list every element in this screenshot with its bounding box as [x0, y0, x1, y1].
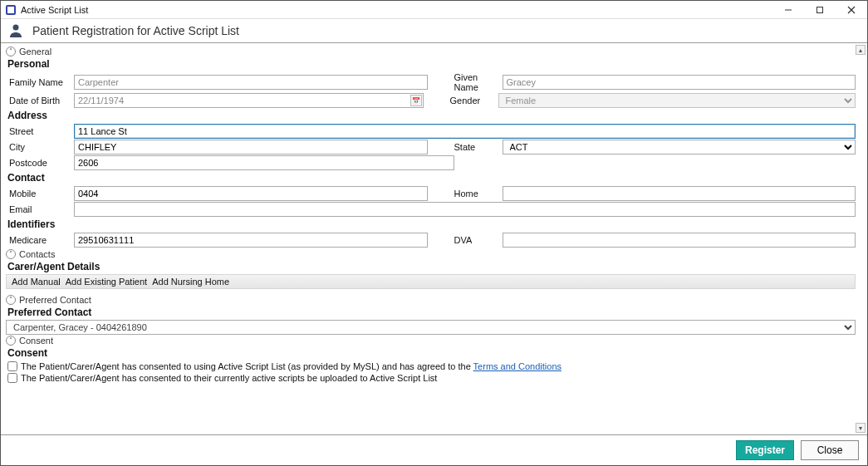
postcode-input[interactable]: [74, 155, 454, 170]
email-input[interactable]: [74, 202, 856, 217]
terms-link[interactable]: Terms and Conditions: [473, 361, 562, 371]
page-title: Patient Registration for Active Script L…: [32, 24, 239, 37]
row-postcode: Postcode: [6, 155, 856, 170]
svg-rect-1: [817, 7, 823, 12]
label-mobile: Mobile: [6, 189, 74, 199]
label-family-name: Family Name: [6, 77, 74, 87]
svg-point-4: [13, 25, 19, 31]
group-identifiers: Identifiers: [6, 218, 856, 232]
section-label: Preferred Contact: [19, 295, 91, 305]
chevron-up-icon: ˄: [6, 295, 16, 305]
chevron-up-icon: ▴: [859, 47, 862, 54]
consent-checkbox-terms[interactable]: [7, 361, 17, 371]
add-nursing-home-button[interactable]: Add Nursing Home: [150, 277, 231, 287]
chevron-up-icon: ˄: [6, 336, 16, 346]
label-state: State: [448, 142, 503, 152]
row-dob-gender: Date of Birth 📅 Gender Female: [6, 93, 856, 108]
consent-text-1-prefix: The Patient/Carer/Agent has consented to…: [21, 361, 473, 371]
app-window: Active Script List Patient Registration …: [0, 0, 868, 466]
app-icon: [6, 5, 16, 15]
scroll-down-button[interactable]: ▾: [856, 423, 866, 433]
chevron-up-icon: ˄: [6, 249, 16, 259]
close-form-button[interactable]: Close: [801, 440, 859, 460]
section-toggle-general[interactable]: ˄ General: [6, 46, 856, 57]
consent-row-2: The Patient/Carer/Agent has consented to…: [6, 372, 856, 384]
form-body: ▴ ▾ ˄ General Personal Family Name Given…: [1, 43, 867, 434]
row-city-state: City State ACTNSWNTQLDSATASVICWA: [6, 140, 856, 155]
medicare-input[interactable]: [74, 233, 428, 248]
row-email: Email: [6, 202, 856, 217]
label-city: City: [6, 142, 74, 152]
dob-input[interactable]: [74, 93, 424, 108]
row-medicare-dva: Medicare DVA: [6, 233, 856, 248]
label-postcode: Postcode: [6, 158, 74, 168]
label-medicare: Medicare: [6, 235, 74, 245]
page-header: Patient Registration for Active Script L…: [1, 19, 867, 43]
consent-checkbox-upload[interactable]: [7, 373, 17, 383]
row-street: Street: [6, 124, 856, 139]
consent-row-1: The Patient/Carer/Agent has consented to…: [6, 361, 856, 372]
group-personal: Personal: [6, 57, 856, 71]
close-button[interactable]: [836, 1, 867, 19]
dva-input[interactable]: [503, 233, 856, 248]
given-name-input[interactable]: [503, 75, 856, 90]
carer-action-bar: Add Manual Add Existing Patient Add Nurs…: [6, 274, 856, 289]
street-input[interactable]: [74, 124, 856, 139]
section-label: Contacts: [19, 249, 55, 259]
label-email: Email: [6, 204, 74, 214]
group-contact: Contact: [6, 171, 856, 185]
calendar-icon: 📅: [412, 97, 420, 105]
window-title: Active Script List: [21, 5, 88, 15]
scroll-up-button[interactable]: ▴: [856, 45, 866, 55]
titlebar-left: Active Script List: [6, 5, 88, 15]
row-family-given: Family Name Given Name: [6, 72, 856, 92]
row-mobile-home: Mobile Home: [6, 186, 856, 201]
chevron-down-icon: ▾: [859, 424, 862, 432]
section-toggle-preferred-contact[interactable]: ˄ Preferred Contact: [6, 294, 856, 306]
group-preferred-contact: Preferred Contact: [6, 306, 856, 320]
preferred-contact-select[interactable]: Carpenter, Gracey - 0404261890: [6, 320, 856, 335]
label-dob: Date of Birth: [6, 96, 74, 105]
add-manual-button[interactable]: Add Manual: [10, 277, 62, 287]
window-controls: [772, 1, 867, 19]
minimize-icon: [784, 6, 792, 14]
close-icon: [847, 6, 856, 14]
section-label: General: [19, 47, 51, 56]
maximize-button[interactable]: [804, 1, 836, 19]
consent-text-1: The Patient/Carer/Agent has consented to…: [21, 361, 562, 371]
footer: Register Close: [1, 434, 867, 465]
family-name-input[interactable]: [74, 75, 428, 90]
group-address: Address: [6, 109, 856, 123]
city-input[interactable]: [74, 140, 428, 155]
minimize-button[interactable]: [772, 1, 804, 19]
consent-text-2: The Patient/Carer/Agent has consented to…: [21, 373, 437, 383]
titlebar: Active Script List: [1, 1, 867, 19]
group-carer-agent: Carer/Agent Details: [6, 260, 856, 274]
section-toggle-consent[interactable]: ˄ Consent: [6, 335, 856, 346]
mobile-input[interactable]: [74, 186, 428, 201]
add-existing-patient-button[interactable]: Add Existing Patient: [64, 277, 149, 287]
chevron-up-icon: ˄: [6, 47, 16, 56]
label-dva: DVA: [448, 235, 503, 245]
maximize-icon: [816, 6, 824, 14]
group-consent: Consent: [6, 346, 856, 361]
label-street: Street: [6, 126, 74, 136]
calendar-button[interactable]: 📅: [410, 95, 422, 106]
section-label: Consent: [19, 336, 53, 346]
section-toggle-contacts[interactable]: ˄ Contacts: [6, 248, 856, 260]
register-button[interactable]: Register: [736, 440, 794, 460]
state-select[interactable]: ACTNSWNTQLDSATASVICWA: [503, 140, 856, 155]
label-gender: Gender: [444, 96, 498, 105]
person-icon: [7, 22, 24, 39]
label-given-name: Given Name: [448, 72, 503, 92]
home-input[interactable]: [503, 186, 856, 201]
gender-select[interactable]: Female: [498, 93, 856, 108]
label-home: Home: [448, 189, 503, 199]
